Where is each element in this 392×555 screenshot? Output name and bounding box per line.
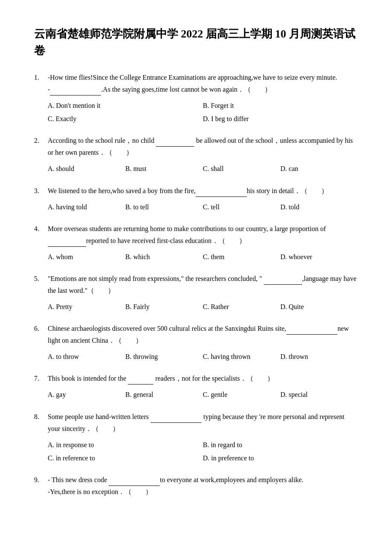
q7-optA: A. gay	[48, 388, 125, 401]
q6-optA: A. to throw	[48, 350, 125, 363]
q3-optA: A. having told	[48, 200, 125, 214]
question-8: 8. Some people use hand-written letters …	[34, 411, 358, 465]
q6-optB: B. throwing	[125, 350, 203, 363]
q9-text2: -Yes,there is no exception．（ ）	[48, 488, 152, 495]
q9-num: 9.	[34, 474, 44, 498]
q6-text: Chinese archaeologists discovered over 5…	[48, 325, 349, 344]
q4-optA: A. whom	[48, 250, 125, 263]
q5-optA: A. Pretty	[48, 300, 125, 313]
question-1: 1. -How time flies!Since the College Ent…	[34, 72, 358, 125]
q4-num: 4.	[34, 223, 44, 247]
q7-optC: C. gentle	[203, 388, 280, 401]
q4-text: More overseas students are returning hom…	[48, 225, 326, 244]
question-3: 3. We listened to the hero,who saved a b…	[34, 185, 358, 214]
q2-optD: D. can	[280, 162, 358, 175]
q8-optC: C. in reference to	[48, 451, 203, 465]
q2-optB: B. must	[125, 162, 203, 175]
q3-optC: C. tell	[203, 200, 280, 214]
q8-optA: A. in response to	[48, 438, 203, 451]
q1-optC: C. Exactly	[48, 112, 203, 125]
question-6: 6. Chinese archaeologists discovered ove…	[34, 323, 358, 363]
question-5: 5. "Emotions are not simply read from ex…	[34, 273, 358, 313]
q2-text: According to the school rule，no child be…	[48, 137, 353, 156]
q5-optB: B. Fairly	[125, 300, 203, 313]
q2-optC: C. shall	[203, 162, 280, 175]
question-9: 9. - This new dress code to everyone at …	[34, 474, 358, 498]
q5-optD: D. Quite	[280, 300, 358, 313]
page-title: 云南省楚雄师范学院附属中学 2022 届高三上学期 10 月周测英语试卷	[34, 26, 358, 59]
q7-optD: D. special	[280, 388, 358, 401]
q9-text1: - This new dress code to everyone at wor…	[48, 476, 303, 483]
q6-optD: D. thrown	[280, 350, 358, 363]
q2-num: 2.	[34, 135, 44, 159]
q4-optC: C. them	[203, 250, 280, 263]
q1-optA: A. Don't mention it	[48, 99, 203, 112]
q4-optB: B. which	[125, 250, 203, 263]
q5-optC: C. Rather	[203, 300, 280, 313]
q1-num: 1.	[34, 72, 44, 95]
q1-optD: D. I beg to differ	[203, 112, 358, 125]
q8-text: Some people use hand-written letters typ…	[48, 413, 344, 432]
q7-optB: B. general	[125, 388, 203, 401]
q7-text: This book is intended for the readers，no…	[48, 375, 274, 382]
question-2: 2. According to the school rule，no child…	[34, 135, 358, 175]
question-4: 4. More overseas students are returning …	[34, 223, 358, 263]
q6-optC: C. having thrown	[203, 350, 280, 363]
q1-text1: -How time flies!Since the College Entran…	[48, 74, 337, 81]
q6-num: 6.	[34, 323, 44, 347]
q3-optB: B. to tell	[125, 200, 203, 214]
q4-optD: D. whoever	[280, 250, 358, 263]
q8-optD: D. in preference to	[203, 451, 358, 465]
q3-text: We listened to the hero,who saved a boy …	[48, 187, 328, 194]
q2-optA: A. should	[48, 162, 125, 175]
q8-optB: B. in regard to	[203, 438, 358, 451]
question-7: 7. This book is intended for the readers…	[34, 373, 358, 401]
q1-text2: -.As the saying goes,time lost cannot be…	[48, 86, 271, 93]
q8-num: 8.	[34, 411, 44, 435]
q5-num: 5.	[34, 273, 44, 297]
q1-optB: B. Forget it	[203, 99, 358, 112]
q5-text: "Emotions are not simply read from expre…	[48, 275, 357, 294]
q3-num: 3.	[34, 185, 44, 197]
q7-num: 7.	[34, 373, 44, 384]
q3-optD: D. told	[280, 200, 358, 214]
